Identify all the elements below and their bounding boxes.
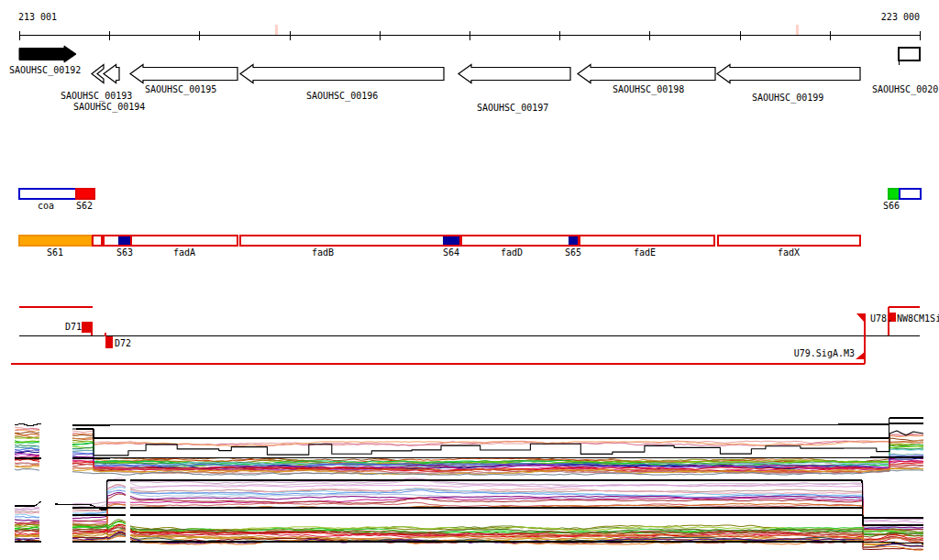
gene-label: SAOUHSC_00193 (61, 91, 132, 102)
transcript-label: S62 (76, 201, 93, 211)
expression-profile-chart (15, 418, 923, 553)
operon-segment[interactable] (580, 236, 714, 246)
gene-label: SAOUHSC_00197 (477, 103, 548, 114)
profile-trace-mini (15, 511, 39, 512)
profile-trace (72, 434, 923, 445)
transcript-label: S66 (883, 201, 900, 211)
profile-trace-mini (15, 432, 39, 434)
operon-segment[interactable] (131, 236, 238, 246)
gene-label: SAOUHSC_00199 (752, 93, 823, 104)
annotation-tracks: 213 001 223 000 SAOUHSC_00192SAOUHSC_001… (9, 12, 939, 364)
gene-arrow[interactable] (104, 65, 119, 83)
gene-label: SAOUHSC_00196 (306, 91, 378, 102)
gene-arrow[interactable] (717, 65, 860, 83)
profile-trace (72, 489, 923, 530)
transcript-box[interactable] (900, 189, 921, 199)
operon-segment[interactable] (93, 236, 102, 246)
operon-label: fadA (173, 247, 195, 258)
operon-segment[interactable] (19, 236, 92, 246)
gene-arrow[interactable] (240, 65, 444, 83)
profile-trace-mini (15, 512, 39, 513)
srna-label: S63 (116, 247, 133, 258)
operon-segment[interactable] (718, 236, 860, 246)
profile-trace (72, 499, 923, 531)
profile-boundary-line (15, 501, 41, 506)
D71-terminator-box[interactable] (82, 322, 93, 333)
operon-label: fadX (778, 247, 800, 258)
profile-boundary-line (72, 457, 923, 458)
srna-marker[interactable] (118, 236, 130, 245)
gene-label: SAOUHSC_00194 (73, 102, 145, 113)
genome-browser-view: 213 001 223 000 SAOUHSC_00192SAOUHSC_001… (0, 0, 939, 560)
profile-boundary-line (72, 418, 923, 425)
tu-label: NW8CM1SigA (897, 313, 939, 324)
U78-start-flag[interactable] (856, 313, 865, 323)
profile-gap-mask (126, 478, 130, 553)
tracks-layer: SAOUHSC_00192SAOUHSC_00193SAOUHSC_00194S… (9, 25, 939, 364)
operon-label: fadE (634, 247, 656, 258)
tu-label: U78. (870, 313, 892, 324)
tu-label: D71 (65, 322, 82, 332)
ruler-start-label: 213 001 (18, 12, 57, 22)
operon-segment[interactable] (461, 236, 579, 246)
profile-boundary-line (72, 515, 923, 525)
operon-label: fadD (501, 247, 523, 258)
gene-label: SAOUHSC_00198 (613, 84, 684, 95)
srna-label: S65 (565, 247, 581, 258)
tu-label: D72 (115, 338, 131, 348)
profile-trace-mini (15, 469, 39, 471)
transcript-label: coa (38, 201, 54, 211)
operon-label: S61 (47, 247, 63, 258)
gene-arrow[interactable] (899, 48, 920, 60)
profile-trace (72, 492, 923, 528)
gene-arrow[interactable] (19, 46, 76, 62)
ruler-end-label: 223 000 (881, 12, 920, 22)
transcript-box[interactable] (76, 189, 94, 199)
gene-label: SAOUHSC_00195 (145, 84, 216, 95)
tu-label: U79.SigA.M3 (794, 348, 855, 358)
gene-arrow[interactable] (458, 65, 570, 83)
profile-trace (72, 434, 923, 446)
operon-label: fadB (312, 247, 334, 258)
position-marker-tick (796, 25, 799, 35)
position-marker-tick (275, 25, 278, 35)
profile-trace-mini (15, 451, 39, 453)
srna-marker[interactable] (569, 236, 578, 245)
gene-arrow[interactable] (130, 65, 238, 83)
srna-marker[interactable] (443, 236, 459, 245)
genome-browser-canvas: 213 001 223 000 SAOUHSC_00192SAOUHSC_001… (0, 0, 939, 560)
gene-label: SAOUHSC_0020 (872, 84, 938, 95)
gene-label: SAOUHSC_00192 (9, 65, 81, 76)
operon-segment[interactable] (240, 236, 460, 246)
srna-label: S64 (443, 247, 459, 258)
transcript-box[interactable] (889, 189, 900, 199)
D72-terminator-box[interactable] (105, 336, 113, 348)
profile-boundary-line (76, 423, 923, 438)
profile-boundary-line (15, 423, 41, 426)
transcript-box[interactable] (19, 189, 76, 199)
gene-arrow[interactable] (578, 65, 715, 83)
gene-arrow[interactable] (92, 65, 104, 83)
